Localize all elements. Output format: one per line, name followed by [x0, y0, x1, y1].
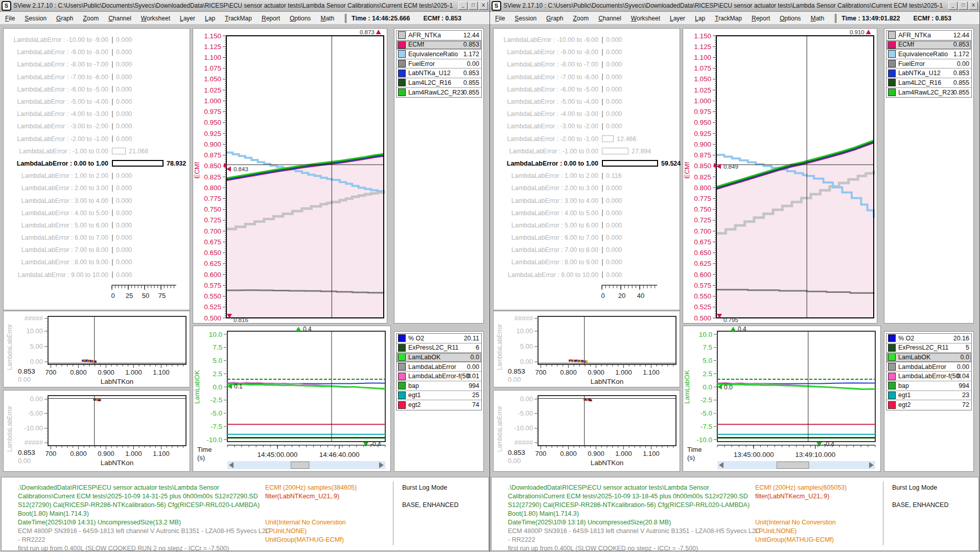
menu-worksheet[interactable]: Worksheet	[141, 15, 170, 22]
legend-row-egt1[interactable]: egt123	[886, 391, 971, 401]
histogram-row[interactable]: LambdaLabError : 0.00 to 1.0078.932	[4, 157, 190, 170]
legend-row-expressl2c-r11[interactable]: ExPressL2C_R115	[886, 343, 971, 353]
legend-row-lam4l2c-r16[interactable]: Lam4L2C_R160.855	[396, 78, 481, 88]
histogram-row[interactable]: LambdaLabError : 1.00 to 2.000.116	[494, 170, 680, 182]
scatter-bottom-panel[interactable]: 0.00-5.00-10.00#####7000.8000.9001.0001.…	[493, 390, 680, 472]
histogram-row[interactable]: LambdaLabError : -1.00 to 0.0021.068	[4, 145, 190, 157]
legend-row-egt2[interactable]: egt272	[886, 400, 971, 410]
legend-row-bap[interactable]: bap994	[886, 381, 971, 391]
menu-layer[interactable]: Layer	[670, 15, 685, 22]
menu-session[interactable]: Session	[515, 15, 536, 22]
minimize-button[interactable]: _	[458, 2, 468, 10]
histogram-row[interactable]: LambdaLabError : 7.00 to 8.000.000	[4, 244, 190, 256]
main-chart-panel[interactable]: 1.1501.1251.1001.0751.0501.0251.0000.975…	[683, 28, 877, 324]
legend-row-lambdalaberror-f-500-[interactable]: LambdaLabError-f(500)0.01	[396, 372, 481, 381]
histogram-row[interactable]: LambdaLabError : 5.00 to 6.000.000	[4, 219, 190, 232]
histogram-row[interactable]: LambdaLabError : -3.00 to -2.000.000	[494, 120, 680, 132]
menu-file[interactable]: File	[495, 15, 505, 22]
menu-channel[interactable]: Channel	[108, 15, 131, 22]
histogram-row[interactable]: LambdaLabError : 9.00 to 10.000.000	[4, 269, 190, 281]
histogram-row[interactable]: LambdaLabError : 2.00 to 3.000.000	[4, 182, 190, 194]
menu-session[interactable]: Session	[25, 15, 46, 22]
menu-channel[interactable]: Channel	[598, 15, 621, 22]
lamlabok-time-chart[interactable]: 10.07.55.02.50.0-2.5-5.0-7.5-10.0LamLabO…	[683, 326, 880, 471]
lambdalaberror-scatter-bottom[interactable]: 0.00-5.00-10.00#####7000.8000.9001.0001.…	[4, 390, 190, 471]
scatter-top-panel[interactable]: #####10.005.000.007000.8000.9001.0001.10…	[493, 311, 680, 387]
histogram-panel[interactable]: LambdaLabError : -10.00 to -9.000.000Lam…	[493, 28, 680, 310]
legend-row-bap[interactable]: bap994	[396, 381, 481, 391]
legend-row-lamlabok[interactable]: LamLabOK0.0	[886, 353, 971, 362]
lamlabok-time-chart[interactable]: 10.07.55.02.50.0-2.5-5.0-7.5-10.0LamLabO…	[193, 326, 390, 471]
legend-row-lambdalaberror[interactable]: LambdaLabError0.00	[396, 362, 481, 372]
main-chart-panel[interactable]: 1.1501.1251.1001.0751.0501.0251.0000.975…	[193, 28, 387, 324]
histogram-row[interactable]: LambdaLabError : -2.00 to -1.000.000	[4, 133, 190, 145]
legend-row-equivalenceratio[interactable]: EquivalenceRatio1.172	[396, 50, 481, 59]
legend-row-afr-ntka[interactable]: AFR_NTKa12.44	[396, 31, 481, 40]
histogram-row[interactable]: LambdaLabError : 6.00 to 7.000.000	[494, 232, 680, 244]
menu-layer[interactable]: Layer	[180, 15, 195, 22]
legend-row-egt2[interactable]: egt274	[396, 400, 481, 410]
menu-file[interactable]: File	[5, 15, 15, 22]
histogram-row[interactable]: LambdaLabError : 8.00 to 9.000.000	[494, 256, 680, 268]
ecmf-chart[interactable]: 1.1501.1251.1001.0751.0501.0251.0000.975…	[193, 29, 387, 323]
histogram-row[interactable]: LambdaLabError : -10.00 to -9.000.000	[494, 34, 680, 46]
maximize-button[interactable]: □	[959, 2, 968, 10]
histogram-row[interactable]: LambdaLabError : -10.00 to -9.000.000	[4, 34, 190, 46]
histogram-row[interactable]: LambdaLabError : -7.00 to -6.000.000	[4, 71, 190, 83]
histogram-row[interactable]: LambdaLabError : 4.00 to 5.000.000	[4, 207, 190, 219]
legend-row-labntka-u12[interactable]: LabNTKa_U120.853	[886, 68, 971, 78]
histogram-row[interactable]: LambdaLabError : 7.00 to 8.000.000	[494, 244, 680, 256]
minimize-button[interactable]: _	[948, 2, 958, 10]
menu-lap[interactable]: Lap	[695, 15, 705, 22]
histogram-row[interactable]: LambdaLabError : 5.00 to 6.000.000	[494, 219, 680, 232]
legend-row-ecmf[interactable]: ECMf0.853	[886, 40, 971, 50]
ecmf-chart[interactable]: 1.1501.1251.1001.0751.0501.0251.0000.975…	[683, 29, 877, 323]
menu-report[interactable]: Report	[262, 15, 280, 22]
scatter-top-panel[interactable]: #####10.005.000.007000.8000.9001.0001.10…	[3, 311, 190, 387]
legend-row-ecmf[interactable]: ECMf0.853	[396, 40, 481, 50]
legend-row-afr-ntka[interactable]: AFR_NTKa12.44	[886, 31, 971, 40]
menu-report[interactable]: Report	[752, 15, 770, 22]
histogram-row[interactable]: LambdaLabError : 3.00 to 4.000.000	[4, 194, 190, 206]
maximize-button[interactable]: □	[469, 2, 478, 10]
histogram-panel[interactable]: LambdaLabError : -10.00 to -9.000.000Lam…	[3, 28, 190, 310]
histogram-row[interactable]: LambdaLabError : -9.00 to -8.000.000	[494, 46, 680, 58]
histogram-row[interactable]: LambdaLabError : -2.00 to -1.0012.466	[494, 133, 680, 145]
histogram-row[interactable]: LambdaLabError : -1.00 to 0.0027.894	[494, 145, 680, 157]
legend-row-egt1[interactable]: egt125	[396, 391, 481, 401]
menu-options[interactable]: Options	[780, 15, 801, 22]
legend-row-expressl2c-r11[interactable]: ExPressL2C_R116	[396, 343, 481, 353]
close-button[interactable]: X	[969, 2, 978, 10]
legend-row-fuelerror[interactable]: FuelError0.00	[886, 59, 971, 69]
menu-math[interactable]: Math	[320, 15, 334, 22]
legend-row-equivalenceratio[interactable]: EquivalenceRatio1.172	[886, 50, 971, 59]
menu-trackmap[interactable]: TrackMap	[225, 15, 252, 22]
time-chart-panel[interactable]: 10.07.55.02.50.0-2.5-5.0-7.5-10.0LamLabO…	[193, 326, 391, 472]
histogram-row[interactable]: LambdaLabError : -3.00 to -2.000.000	[4, 120, 190, 132]
titlebar[interactable]: S SView 2.17.10 : C:\Users\Public\Docume…	[490, 0, 979, 12]
histogram-row[interactable]: LambdaLabError : 6.00 to 7.000.000	[4, 232, 190, 244]
menu-zoom[interactable]: Zoom	[83, 15, 99, 22]
lambdalaberror-scatter-top[interactable]: #####10.005.000.007000.8000.9001.0001.10…	[4, 311, 190, 387]
menu-worksheet[interactable]: Worksheet	[631, 15, 660, 22]
close-button[interactable]: X	[479, 2, 488, 10]
histogram-row[interactable]: LambdaLabError : 2.00 to 3.000.000	[494, 182, 680, 194]
scatter-bottom-panel[interactable]: 0.00-5.00-10.00#####7000.8000.9001.0001.…	[3, 390, 190, 472]
legend-row--o2[interactable]: % O220.11	[396, 334, 481, 343]
menu-graph[interactable]: Graph	[546, 15, 563, 22]
legend-row-lambdalaberror[interactable]: LambdaLabError0.00	[886, 362, 971, 372]
menu-lap[interactable]: Lap	[205, 15, 215, 22]
histogram-row[interactable]: LambdaLabError : -5.00 to -4.000.000	[4, 96, 190, 108]
histogram-row[interactable]: LambdaLabError : 8.00 to 9.000.000	[4, 256, 190, 268]
histogram-row[interactable]: LambdaLabError : -5.00 to -4.000.000	[494, 96, 680, 108]
menu-options[interactable]: Options	[290, 15, 311, 22]
legend-row-lambdalaberror-f-500-[interactable]: LambdaLabError-f(500)0.04	[886, 372, 971, 381]
histogram-row[interactable]: LambdaLabError : -6.00 to -5.000.000	[4, 83, 190, 96]
legend-row-lam4l2c-r16[interactable]: Lam4L2C_R160.855	[886, 78, 971, 88]
menu-trackmap[interactable]: TrackMap	[715, 15, 742, 22]
histogram-row[interactable]: LambdaLabError : -4.00 to -3.000.000	[494, 108, 680, 120]
legend-row-lam4rawl2c-r23[interactable]: Lam4RawL2C_R230.855	[396, 88, 481, 98]
lambdalaberror-scatter-bottom[interactable]: 0.00-5.00-10.00#####7000.8000.9001.0001.…	[494, 390, 680, 471]
histogram-row[interactable]: LambdaLabError : -9.00 to -8.000.000	[4, 46, 190, 58]
histogram-row[interactable]: LambdaLabError : 4.00 to 5.000.000	[494, 207, 680, 219]
